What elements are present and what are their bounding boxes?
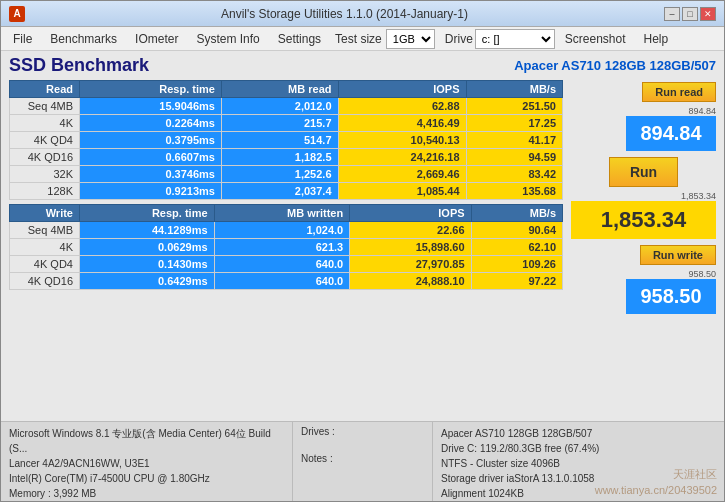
read-row-iops: 62.88 [338, 98, 466, 115]
read-score-small: 894.84 [626, 106, 716, 116]
run-write-section: Run write 958.50 958.50 [571, 245, 716, 314]
overall-score-small: 1,853.34 [571, 191, 716, 201]
read-row-mbs: 251.50 [466, 98, 562, 115]
write-row-resp: 0.6429ms [80, 273, 215, 290]
main-window: A Anvil's Storage Utilities 1.1.0 (2014-… [0, 0, 725, 502]
read-row-resp: 0.6607ms [80, 149, 222, 166]
menu-file[interactable]: File [5, 30, 40, 48]
read-row-mbs: 41.17 [466, 132, 562, 149]
write-resp-col-header: Resp. time [80, 205, 215, 222]
write-row-mbs: 109.26 [471, 256, 562, 273]
menu-help[interactable]: Help [636, 30, 677, 48]
read-row-iops: 10,540.13 [338, 132, 466, 149]
minimize-button[interactable]: – [664, 7, 680, 21]
read-row-resp: 0.2264ms [80, 115, 222, 132]
content-area: SSD Benchmark Apacer AS710 128GB 128GB/5… [1, 51, 724, 421]
run-overall-section: Run 1,853.34 1,853.34 [571, 157, 716, 239]
write-row-mb: 621.3 [214, 239, 350, 256]
read-row-resp: 0.3795ms [80, 132, 222, 149]
write-mbs-col-header: MB/s [471, 205, 562, 222]
read-row-label: Seq 4MB [10, 98, 80, 115]
run-read-button[interactable]: Run read [642, 82, 716, 102]
write-table: Write Resp. time MB written IOPS MB/s Se… [9, 204, 563, 290]
read-row-mb: 2,012.0 [221, 98, 338, 115]
write-row-resp: 0.1430ms [80, 256, 215, 273]
footer-drives-label: Drives : [301, 426, 424, 437]
right-panel: Run read 894.84 894.84 Run 1,853.34 1,85… [571, 80, 716, 417]
resp-time-col-header: Resp. time [80, 81, 222, 98]
write-row-iops: 15,898.60 [350, 239, 471, 256]
read-row-mb: 215.7 [221, 115, 338, 132]
write-row-mbs: 97.22 [471, 273, 562, 290]
read-row-resp: 15.9046ms [80, 98, 222, 115]
test-size-label: Test size [335, 32, 382, 46]
close-button[interactable]: ✕ [700, 7, 716, 21]
read-row-label: 4K QD16 [10, 149, 80, 166]
write-row-label: 4K QD4 [10, 256, 80, 273]
table-row: 128K 0.9213ms 2,037.4 1,085.44 135.68 [10, 183, 563, 200]
write-row-iops: 24,888.10 [350, 273, 471, 290]
read-row-mb: 1,182.5 [221, 149, 338, 166]
read-row-mbs: 17.25 [466, 115, 562, 132]
screenshot-button[interactable]: Screenshot [557, 30, 634, 48]
table-row: 32K 0.3746ms 1,252.6 2,669.46 83.42 [10, 166, 563, 183]
read-row-iops: 24,216.18 [338, 149, 466, 166]
read-row-label: 32K [10, 166, 80, 183]
write-row-mb: 640.0 [214, 256, 350, 273]
read-row-iops: 2,669.46 [338, 166, 466, 183]
footer-lancer: Lancer 4A2/9ACN16WW, U3E1 [9, 456, 284, 471]
write-iops-col-header: IOPS [350, 205, 471, 222]
device-name: Apacer AS710 128GB 128GB/507 [514, 58, 716, 73]
write-row-mb: 1,024.0 [214, 222, 350, 239]
run-button[interactable]: Run [609, 157, 678, 187]
drive-label: Drive [445, 32, 473, 46]
read-row-resp: 0.3746ms [80, 166, 222, 183]
footer-middle: Drives : Notes : [293, 422, 433, 501]
maximize-button[interactable]: □ [682, 7, 698, 21]
table-row: 4K QD16 0.6607ms 1,182.5 24,216.18 94.59 [10, 149, 563, 166]
menu-system-info[interactable]: System Info [188, 30, 267, 48]
table-row: 4K 0.2264ms 215.7 4,416.49 17.25 [10, 115, 563, 132]
footer-memory: Memory : 3,992 MB [9, 486, 284, 501]
test-size-select[interactable]: 1GB [386, 29, 435, 49]
write-row-mb: 640.0 [214, 273, 350, 290]
table-row: Seq 4MB 44.1289ms 1,024.0 22.66 90.64 [10, 222, 563, 239]
table-row: 4K 0.0629ms 621.3 15,898.60 62.10 [10, 239, 563, 256]
footer-drive-c: Drive C: 119.2/80.3GB free (67.4%) [441, 441, 716, 456]
mbs-col-header: MB/s [466, 81, 562, 98]
read-row-mbs: 94.59 [466, 149, 562, 166]
read-row-iops: 4,416.49 [338, 115, 466, 132]
run-write-button[interactable]: Run write [640, 245, 716, 265]
write-row-resp: 0.0629ms [80, 239, 215, 256]
menu-settings[interactable]: Settings [270, 30, 329, 48]
main-content: Read Resp. time MB read IOPS MB/s Seq 4M… [1, 80, 724, 421]
overall-score-box: 1,853.34 [571, 201, 716, 239]
read-row-mb: 1,252.6 [221, 166, 338, 183]
write-row-iops: 22.66 [350, 222, 471, 239]
table-row: 4K QD4 0.1430ms 640.0 27,970.85 109.26 [10, 256, 563, 273]
menu-iometer[interactable]: IOmeter [127, 30, 186, 48]
menu-benchmarks[interactable]: Benchmarks [42, 30, 125, 48]
ssd-benchmark-title: SSD Benchmark [9, 55, 149, 76]
write-row-label: 4K QD16 [10, 273, 80, 290]
tables-section: Read Resp. time MB read IOPS MB/s Seq 4M… [9, 80, 563, 417]
write-score-box: 958.50 [626, 279, 716, 314]
read-row-resp: 0.9213ms [80, 183, 222, 200]
read-row-label: 128K [10, 183, 80, 200]
read-row-mb: 2,037.4 [221, 183, 338, 200]
run-read-section: Run read 894.84 894.84 [571, 82, 716, 151]
write-score-small: 958.50 [626, 269, 716, 279]
footer-os: Microsoft Windows 8.1 专业版(含 Media Center… [9, 426, 284, 456]
mb-read-col-header: MB read [221, 81, 338, 98]
window-title: Anvil's Storage Utilities 1.1.0 (2014-Ja… [25, 7, 664, 21]
write-row-label: 4K [10, 239, 80, 256]
read-score-box: 894.84 [626, 116, 716, 151]
write-row-mbs: 90.64 [471, 222, 562, 239]
write-col-header: Write [10, 205, 80, 222]
footer-cpu: Intel(R) Core(TM) i7-4500U CPU @ 1.80GHz [9, 471, 284, 486]
drive-select[interactable]: c: [] [475, 29, 555, 49]
read-table: Read Resp. time MB read IOPS MB/s Seq 4M… [9, 80, 563, 200]
title-bar: A Anvil's Storage Utilities 1.1.0 (2014-… [1, 1, 724, 27]
read-row-label: 4K QD4 [10, 132, 80, 149]
read-row-mbs: 83.42 [466, 166, 562, 183]
